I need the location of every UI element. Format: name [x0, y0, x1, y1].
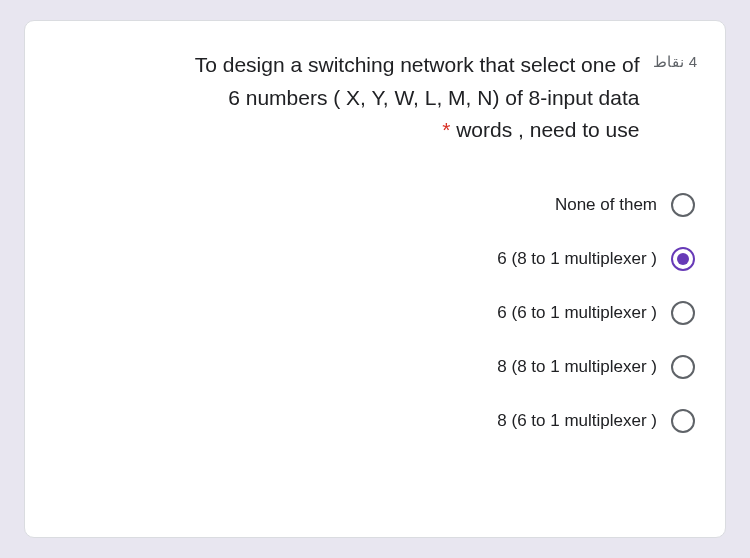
radio-icon[interactable]	[671, 301, 695, 325]
option-row[interactable]: 8 (6 to 1 multiplexer )	[53, 409, 697, 433]
radio-icon[interactable]	[671, 409, 695, 433]
option-label: 6 (6 to 1 multiplexer )	[497, 303, 657, 323]
radio-icon[interactable]	[671, 247, 695, 271]
option-row[interactable]: None of them	[53, 193, 697, 217]
options-list: None of them 6 (8 to 1 multiplexer ) 6 (…	[53, 193, 697, 433]
option-label: 8 (6 to 1 multiplexer )	[497, 411, 657, 431]
question-text-line1: To design a switching network that selec…	[195, 53, 640, 76]
option-label: 8 (8 to 1 multiplexer )	[497, 357, 657, 377]
radio-icon[interactable]	[671, 355, 695, 379]
points-label: 4 نقاط	[653, 49, 697, 71]
question-text-line2: 6 numbers ( X, Y, W, L, M, N) of 8-input…	[228, 86, 639, 109]
question-text-line3: words , need to use	[450, 118, 639, 141]
question-card: 4 نقاط To design a switching network tha…	[24, 20, 726, 538]
option-label: None of them	[555, 195, 657, 215]
option-label: 6 (8 to 1 multiplexer )	[497, 249, 657, 269]
option-row[interactable]: 6 (8 to 1 multiplexer )	[53, 247, 697, 271]
question-header: 4 نقاط To design a switching network tha…	[53, 49, 697, 147]
radio-icon[interactable]	[671, 193, 695, 217]
option-row[interactable]: 8 (8 to 1 multiplexer )	[53, 355, 697, 379]
question-text: To design a switching network that selec…	[53, 49, 639, 147]
option-row[interactable]: 6 (6 to 1 multiplexer )	[53, 301, 697, 325]
